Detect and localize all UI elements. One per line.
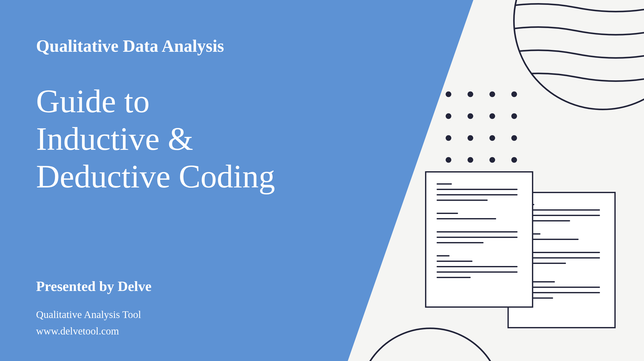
eyebrow-heading: Qualitative Data Analysis: [36, 36, 224, 56]
main-title: Guide to Inductive & Deductive Coding: [36, 82, 275, 195]
title-line-1: Guide to: [36, 82, 275, 120]
dot: [511, 113, 517, 119]
document-front: [425, 171, 533, 308]
footer-line-1: Qualitative Analysis Tool: [36, 306, 141, 323]
dot: [511, 91, 517, 97]
dot: [511, 135, 517, 141]
dot: [446, 135, 451, 141]
presented-by: Presented by Delve: [36, 278, 151, 294]
dot: [446, 113, 451, 119]
dot: [446, 91, 451, 97]
documents-illustration: [425, 171, 618, 326]
title-line-2: Inductive &: [36, 120, 275, 158]
footer-text: Qualitative Analysis Tool www.delvetool.…: [36, 306, 141, 339]
wavy-circle-decoration: [513, 0, 644, 111]
title-line-3: Deductive Coding: [36, 158, 275, 195]
dot: [489, 135, 495, 141]
dot: [489, 157, 495, 163]
dot-grid-decoration: [446, 91, 517, 163]
dot: [468, 135, 473, 141]
dot: [468, 157, 473, 163]
document-lines: [437, 183, 522, 278]
dot: [446, 157, 451, 163]
dot: [468, 113, 473, 119]
dot: [511, 157, 517, 163]
dot: [489, 113, 495, 119]
footer-line-2: www.delvetool.com: [36, 323, 141, 339]
dot: [489, 91, 495, 97]
dot: [468, 91, 473, 97]
